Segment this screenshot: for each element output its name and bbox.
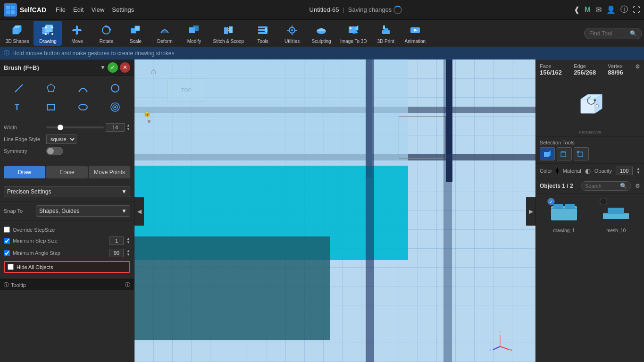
draw-tool-polygon[interactable] <box>36 80 66 97</box>
draw-tool-bezier[interactable] <box>68 80 98 97</box>
toolbar-3d-shapes[interactable]: 3D Shapes <box>2 21 33 46</box>
toolbar-stitch-scoop[interactable]: Stitch & Scoop <box>209 21 248 46</box>
settings-gear-icon[interactable]: ⚙ <box>635 63 640 70</box>
edge-stat-block: Edge 256/268 <box>574 63 596 76</box>
svg-line-55 <box>500 346 510 350</box>
vertex-stat-block: Vertex 88/96 <box>608 63 623 76</box>
precision-dropdown[interactable]: Precison Settings ▼ <box>4 186 130 197</box>
toolbar-scale[interactable]: Scale <box>121 21 150 46</box>
saving-spinner <box>393 6 402 14</box>
toolbar-modify[interactable]: Modify <box>180 21 208 46</box>
material-icon[interactable]: ◐ <box>585 167 591 175</box>
3d-print-icon <box>378 23 393 38</box>
svg-marker-13 <box>75 25 78 27</box>
toolbar-image-to-3d[interactable]: Image To 3D <box>336 21 371 46</box>
toolbar-animation[interactable]: Animation <box>401 21 429 46</box>
opacity-input[interactable]: 100 <box>616 167 633 175</box>
objects-gear-icon[interactable]: ⚙ <box>635 183 640 189</box>
toolbar-deform[interactable]: Deform <box>151 21 179 46</box>
canvas-nav-left[interactable]: ◀ <box>134 197 144 226</box>
find-tool[interactable]: 🔍 <box>584 28 642 39</box>
fullscreen-icon[interactable]: ⛶ <box>633 6 640 14</box>
symmetry-toggle[interactable] <box>46 147 63 155</box>
lock-icon[interactable]: 🔒 <box>143 109 151 117</box>
toolbar-drawing[interactable]: Drawing <box>33 21 62 46</box>
snap-to-dropdown[interactable]: Shapes, Guides ▼ <box>36 205 130 217</box>
min-step-size-row: Minimum Step Size 1 ▲▼ <box>4 235 130 247</box>
panel-close-btn[interactable]: ✕ <box>120 62 130 73</box>
width-spin-down[interactable]: ▼ <box>126 127 130 131</box>
toolbar-move[interactable]: Move <box>63 21 91 46</box>
draw-btn[interactable]: Draw <box>4 166 45 178</box>
draw-tool-circle[interactable] <box>100 80 130 97</box>
face-stat-block: Face 156/162 <box>540 63 562 76</box>
panel-confirm-btn[interactable]: ✓ <box>108 62 118 73</box>
svg-rect-1 <box>11 6 15 9</box>
min-angle-step-input[interactable]: 90 <box>109 249 124 257</box>
menu-file[interactable]: File <box>52 4 69 15</box>
m-icon[interactable]: M <box>585 6 591 14</box>
object-item-drawing1[interactable]: ✓ drawing_1 <box>540 198 588 233</box>
canvas-down-arrow[interactable]: ▼ <box>146 118 152 125</box>
min-step-spin-down[interactable]: ▼ <box>126 241 130 244</box>
toolbar-utilities[interactable]: Utilities <box>278 21 306 46</box>
logo[interactable]: SelfCAD <box>4 3 46 17</box>
erase-btn[interactable]: Erase <box>46 166 88 178</box>
toolbar-tools[interactable]: Tools <box>249 21 277 46</box>
vertex-select-btn[interactable] <box>574 147 589 160</box>
right-panel: Face 156/162 Edge 256/268 Vertex 88/96 ⚙ <box>535 59 644 362</box>
draw-tool-concentric[interactable] <box>100 99 130 116</box>
toolbar-3d-print-label: 3D Print <box>377 39 394 44</box>
home-icon[interactable]: ⌂ <box>151 67 156 76</box>
face-select-btn[interactable] <box>540 147 555 160</box>
svg-rect-67 <box>561 152 566 157</box>
min-angle-spin-down[interactable]: ▼ <box>126 253 130 257</box>
share-icon[interactable]: ❰ <box>574 5 580 14</box>
opacity-spin-down[interactable]: ▼ <box>636 171 640 175</box>
width-input[interactable]: 14 <box>106 123 125 132</box>
min-angle-step-checkbox[interactable] <box>4 250 10 256</box>
svg-marker-60 <box>581 99 595 113</box>
move-points-btn[interactable]: Move Points <box>89 166 130 178</box>
toolbar-stitch-label: Stitch & Scoop <box>213 39 244 44</box>
edge-select-btn[interactable] <box>557 147 572 160</box>
toolbar-3d-print[interactable]: 3D Print <box>372 21 400 46</box>
menu-settings[interactable]: Settings <box>108 4 138 15</box>
draw-tool-rect[interactable] <box>36 99 66 116</box>
canvas-nav-right[interactable]: ▶ <box>526 197 535 226</box>
snap-dropdown-icon: ▼ <box>121 208 127 214</box>
svg-point-37 <box>350 27 351 29</box>
object-checkbox-mesh10[interactable] <box>600 198 607 205</box>
width-slider[interactable] <box>46 126 104 128</box>
draw-tool-ellipse[interactable] <box>68 99 98 116</box>
tooltip-close-icon[interactable]: ⓘ <box>125 281 130 288</box>
min-step-size-checkbox[interactable] <box>4 238 10 244</box>
object-item-mesh10[interactable]: mesh_10 <box>592 198 641 233</box>
user-icon[interactable]: 👤 <box>606 5 616 14</box>
panel-dropdown-icon[interactable]: ▼ <box>100 64 106 71</box>
svg-point-42 <box>383 31 385 32</box>
info-icon[interactable]: ⓘ <box>620 5 628 15</box>
sculpting-icon <box>314 23 329 38</box>
objects-search[interactable]: 🔍 <box>581 181 631 191</box>
line-edge-style-select[interactable]: square round butt <box>46 135 76 144</box>
override-stepsize-label: Override StepSize <box>13 227 55 233</box>
svg-point-11 <box>45 33 47 35</box>
override-stepsize-checkbox[interactable] <box>4 227 10 233</box>
color-swatch[interactable] <box>556 167 559 175</box>
draw-tool-line[interactable] <box>4 80 34 97</box>
toolbar-sculpting[interactable]: Sculpting <box>307 21 335 46</box>
toolbar-rotate[interactable]: Rotate <box>92 21 120 46</box>
find-tool-input[interactable] <box>589 30 627 37</box>
svg-marker-15 <box>72 29 74 32</box>
menu-edit[interactable]: Edit <box>69 4 87 15</box>
svg-point-50 <box>79 104 87 110</box>
notification-icon[interactable]: ✉ <box>595 5 602 14</box>
menu-view[interactable]: View <box>87 4 108 15</box>
min-step-size-input[interactable]: 1 <box>109 236 124 245</box>
search-input[interactable] <box>585 183 618 189</box>
svg-rect-0 <box>6 6 10 9</box>
draw-tool-text[interactable]: T <box>4 99 34 116</box>
canvas-area[interactable]: TOP ⌂ 🔒 ▼ ◀ ▶ Y <box>134 59 535 362</box>
hide-all-objects-checkbox[interactable] <box>8 264 14 270</box>
